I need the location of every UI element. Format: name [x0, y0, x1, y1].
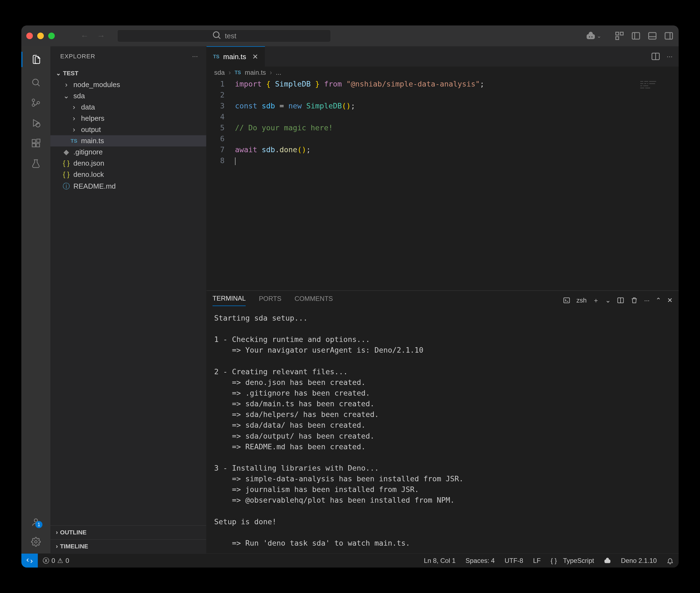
minimize-window-button[interactable]	[37, 33, 44, 39]
file-tree-item[interactable]: ›node_modules	[50, 79, 206, 90]
extensions-activity-icon[interactable]	[31, 138, 41, 148]
nav-back-button[interactable]: ←	[80, 31, 89, 41]
status-bar: ⓧ0 ⚠0 Ln 8, Col 1 Spaces: 4 UTF-8 LF { }…	[22, 553, 678, 567]
layout-customize-icon[interactable]	[615, 31, 624, 41]
folder-root[interactable]: ⌄ TEST	[50, 68, 206, 79]
file-tree-item[interactable]: ›helpers	[50, 113, 206, 124]
error-icon: ⓧ	[43, 556, 49, 565]
file-tree-item[interactable]: ›data	[50, 102, 206, 113]
file-tree-label: data	[81, 103, 95, 111]
svg-point-24	[35, 541, 37, 543]
file-tree-item[interactable]: TSmain.ts	[50, 135, 206, 147]
code-editor[interactable]: 12345678 import { SimpleDB } from "@nshi…	[206, 79, 678, 290]
terminal-shell-label: zsh	[577, 296, 587, 304]
info-file-icon: ⓘ	[63, 182, 70, 191]
split-editor-icon[interactable]	[651, 51, 661, 61]
close-window-button[interactable]	[26, 33, 33, 39]
explorer-activity-icon[interactable]	[22, 52, 50, 67]
eol-status[interactable]: LF	[528, 557, 546, 564]
runtime-status[interactable]: Deno 2.1.10	[616, 557, 662, 564]
accounts-icon[interactable]	[31, 517, 41, 527]
svg-rect-3	[620, 32, 623, 35]
file-tree-label: deno.json	[73, 159, 104, 167]
close-panel-icon[interactable]: ✕	[667, 296, 673, 304]
file-tree-label: .gitignore	[73, 148, 103, 156]
file-tree-item[interactable]: ◆.gitignore	[50, 147, 206, 158]
panel-tab-comments[interactable]: COMMENTS	[295, 295, 333, 306]
svg-rect-9	[665, 33, 673, 39]
file-tree-item[interactable]: { }deno.lock	[50, 169, 206, 180]
explorer-sidebar: EXPLORER ··· ⌄ TEST ›node_modules⌄sda›da…	[50, 46, 206, 553]
timeline-section[interactable]: ›TIMELINE	[50, 539, 206, 553]
settings-gear-icon[interactable]	[31, 537, 41, 547]
outline-section[interactable]: ›OUTLINE	[50, 525, 206, 539]
maximize-panel-icon[interactable]: ⌃	[656, 296, 661, 304]
panel-tab-ports[interactable]: PORTS	[259, 295, 281, 306]
panel-more-icon[interactable]: ···	[644, 296, 650, 304]
minimap[interactable]: ▬▬▬ ▬▬▬▬ ▬▬▬▬▬▬▬ ▬▬▬ ▬▬ ▬ ▬▬▬▬▬▬ ▬▬ ▬▬▬▬…	[637, 79, 678, 290]
copilot-status-icon[interactable]	[599, 557, 616, 564]
breadcrumb[interactable]: sda › TS main.ts › ...	[206, 67, 678, 79]
file-tree-item[interactable]: ›output	[50, 124, 206, 135]
activity-bar	[22, 46, 50, 553]
file-tree-label: deno.lock	[73, 170, 104, 179]
panel-tab-terminal[interactable]: TERMINAL	[212, 294, 246, 306]
chevron-right-icon: ›	[63, 80, 70, 89]
svg-rect-19	[32, 144, 36, 147]
svg-line-12	[38, 84, 40, 86]
window-controls	[26, 33, 55, 39]
svg-point-11	[33, 79, 38, 85]
svg-rect-20	[36, 144, 40, 147]
svg-point-23	[34, 519, 38, 522]
svg-point-13	[32, 99, 35, 102]
tab-main-ts[interactable]: TS main.ts ✕	[206, 46, 265, 67]
notifications-icon[interactable]	[662, 557, 678, 564]
file-tree-label: helpers	[81, 114, 104, 123]
file-tree-item[interactable]: { }deno.json	[50, 158, 206, 169]
maximize-window-button[interactable]	[48, 33, 55, 39]
debug-activity-icon[interactable]	[31, 118, 41, 128]
file-tree-item[interactable]: ⌄sda	[50, 90, 206, 102]
search-icon	[212, 30, 222, 42]
tab-close-icon[interactable]: ✕	[252, 52, 258, 61]
kill-terminal-icon[interactable]	[630, 296, 638, 304]
terminal-output[interactable]: Starting sda setup... 1 - Checking runti…	[206, 306, 678, 553]
indentation-status[interactable]: Spaces: 4	[461, 557, 500, 564]
scm-activity-icon[interactable]	[31, 98, 41, 108]
language-mode-status[interactable]: { } TypeScript	[546, 557, 599, 564]
split-terminal-icon[interactable]	[617, 296, 624, 304]
explorer-more-icon[interactable]: ···	[192, 53, 198, 60]
remote-indicator[interactable]	[22, 554, 38, 567]
title-bar: ← → test ⌄	[22, 26, 678, 46]
new-terminal-icon[interactable]: ＋	[593, 296, 599, 305]
file-tree-label: README.md	[73, 182, 116, 191]
chevron-right-icon: ›	[70, 125, 78, 134]
git-file-icon: ◆	[63, 148, 70, 156]
copilot-icon[interactable]: ⌄	[586, 31, 601, 41]
problems-status[interactable]: ⓧ0 ⚠0	[38, 556, 74, 565]
terminal-profile-icon[interactable]	[563, 296, 571, 304]
editor-more-icon[interactable]: ···	[667, 52, 673, 61]
svg-rect-2	[616, 32, 619, 35]
cursor-position-status[interactable]: Ln 8, Col 1	[419, 557, 461, 564]
svg-rect-5	[632, 33, 640, 39]
chevron-right-icon: ›	[56, 529, 58, 536]
toggle-panel-icon[interactable]	[648, 31, 657, 41]
chevron-right-icon: ›	[56, 543, 58, 550]
file-tree-label: node_modules	[73, 80, 120, 89]
svg-rect-18	[32, 140, 36, 143]
toggle-sidebar-icon[interactable]	[631, 31, 641, 41]
encoding-status[interactable]: UTF-8	[500, 557, 528, 564]
testing-activity-icon[interactable]	[31, 159, 41, 168]
command-center-search[interactable]: test	[117, 30, 331, 42]
file-tree-item[interactable]: ⓘREADME.md	[50, 180, 206, 193]
toggle-secondary-sidebar-icon[interactable]	[664, 31, 674, 41]
search-activity-icon[interactable]	[31, 77, 41, 87]
svg-rect-21	[37, 139, 40, 142]
braces-icon: { }	[550, 557, 557, 564]
terminal-dropdown-icon[interactable]: ⌄	[605, 296, 611, 304]
tab-label: main.ts	[223, 52, 246, 61]
editor-tabs: TS main.ts ✕ ···	[206, 46, 678, 67]
nav-forward-button[interactable]: →	[97, 31, 105, 41]
explorer-title: EXPLORER	[60, 53, 95, 60]
